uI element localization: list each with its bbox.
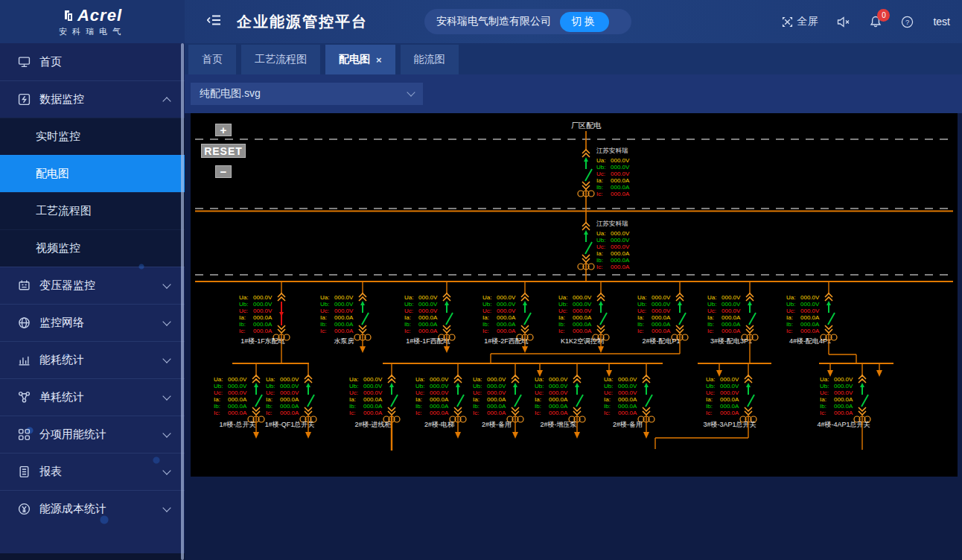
feeder-label: K1K2空调控制	[561, 337, 604, 345]
phase-reading-value: 000.0V	[228, 383, 247, 389]
phase-reading-label: Ic:	[596, 264, 602, 270]
sidebar-subitem-1-3[interactable]: 视频监控	[0, 229, 185, 267]
switch-company-button[interactable]: 切换	[560, 12, 609, 32]
phase-reading-value: 000.0A	[487, 403, 506, 410]
help-button[interactable]: ?	[901, 16, 914, 28]
phase-reading-value: 000.0V	[363, 389, 383, 396]
zoom-out-button[interactable]: −	[215, 165, 232, 178]
phase-reading-label: Uc:	[637, 308, 646, 314]
phase-reading-label: Ib:	[214, 403, 220, 410]
feeder-label: 1#楼-1F东配电	[241, 337, 285, 345]
phase-reading-value: 000.0A	[280, 396, 299, 403]
tab-0[interactable]: 首页	[188, 45, 236, 74]
sidebar-item-5[interactable]: 单耗统计	[0, 378, 185, 416]
phase-reading-label: Ib:	[604, 403, 611, 410]
chevron-down-icon	[162, 354, 171, 363]
phase-reading-value: 000.0V	[334, 308, 354, 314]
phase-reading-value: 000.0V	[652, 294, 671, 301]
sidebar-item-4[interactable]: 能耗统计	[0, 341, 185, 378]
phase-reading-value: 000.0A	[334, 314, 354, 321]
phase-reading-value: 000.0A	[430, 403, 449, 410]
phase-reading-value: 000.0A	[253, 314, 273, 321]
phase-reading-label: Uc:	[214, 389, 223, 396]
sidebar-item-label: 首页	[39, 55, 170, 69]
notifications-button[interactable]: 0	[870, 16, 882, 28]
diagram-zoom-controls: + RESET −	[201, 124, 253, 178]
sidebar-item-1[interactable]: 数据监控	[0, 80, 185, 118]
help-icon: ?	[901, 16, 914, 28]
sidebar-subitem-1-0[interactable]: 实时监控	[0, 118, 185, 155]
sidebar-item-6[interactable]: 分项用能统计	[0, 416, 185, 453]
tab-label: 配电图	[339, 53, 370, 66]
diagram-toolbar: 纯配电图.svg	[185, 74, 962, 113]
phase-reading-value: 000.0V	[418, 294, 438, 301]
tab-label: 工艺流程图	[255, 53, 307, 66]
phase-reading-label: Ia:	[320, 314, 327, 321]
zoom-in-button[interactable]: +	[215, 124, 232, 136]
current-user[interactable]: test	[933, 16, 950, 28]
phase-reading-label: Uc:	[415, 389, 424, 396]
chevron-down-icon	[162, 317, 171, 325]
phase-reading-value: 000.0V	[722, 301, 741, 308]
phase-reading-label: Ia:	[820, 396, 826, 403]
phase-reading-label: Ia:	[535, 396, 541, 403]
sidebar-item-0[interactable]: 首页	[0, 43, 185, 80]
phase-reading-value: 000.0V	[487, 389, 506, 396]
diagram-canvas[interactable]: + RESET − 厂区配电江苏安科瑞Ua:000.0VUb:000.0VUc:…	[191, 113, 958, 477]
phase-reading-label: Uc:	[707, 308, 716, 314]
sidebar-subitem-1-1[interactable]: 配电图	[0, 155, 185, 192]
phase-reading-value: 000.0A	[497, 328, 516, 334]
phase-reading-value: 000.0V	[652, 301, 671, 308]
fullscreen-button[interactable]: 全屏	[782, 15, 818, 28]
feeder-label: 1#楼-1F西配电	[406, 337, 450, 345]
feeder-label: 2#楼-增压泵	[540, 421, 576, 428]
phase-reading-value: 000.0A	[497, 321, 516, 328]
mute-button[interactable]	[837, 16, 850, 28]
phase-reading-value: 000.0V	[253, 308, 273, 314]
phase-reading-value: 000.0V	[800, 308, 820, 314]
phase-reading-label: Ib:	[320, 321, 327, 328]
phase-reading-label: Ia:	[596, 250, 603, 257]
feeder-label: 2#楼-备用	[613, 421, 643, 428]
phase-reading-label: Ic:	[320, 328, 326, 334]
phase-reading-value: 000.0A	[652, 314, 671, 321]
page-title: 企业能源管控平台	[237, 12, 368, 32]
sidebar-subitem-1-2[interactable]: 工艺流程图	[0, 192, 185, 229]
company-selector[interactable]: 安科瑞电气制造有限公司 切换	[424, 9, 631, 34]
phase-reading-value: 000.0V	[611, 230, 630, 237]
phase-reading-label: Ua:	[266, 376, 275, 383]
phase-reading-label: Ub:	[820, 383, 829, 389]
phase-reading-value: 000.0A	[363, 403, 383, 410]
phase-reading-value: 000.0A	[549, 403, 568, 410]
tab-2[interactable]: 配电图×	[325, 45, 395, 74]
phase-reading-value: 000.0A	[228, 396, 247, 403]
fullscreen-icon	[782, 16, 793, 28]
sidebar-item-3[interactable]: 监控网络	[0, 304, 185, 341]
sidebar-item-2[interactable]: 变压器监控	[0, 267, 185, 304]
tab-1[interactable]: 工艺流程图	[241, 45, 320, 74]
phase-reading-label: Uc:	[349, 389, 358, 396]
phase-reading-value: 000.0A	[618, 410, 637, 416]
phase-reading-label: Ib:	[266, 403, 273, 410]
sidebar-scrollbar[interactable]	[181, 43, 184, 560]
phase-reading-label: Ia:	[239, 314, 246, 321]
collapse-menu-icon[interactable]	[207, 14, 222, 29]
phase-reading-value: 000.0V	[834, 376, 853, 383]
phase-reading-label: Ib:	[707, 321, 714, 328]
phase-reading-value: 000.0A	[618, 403, 637, 410]
phase-reading-value: 000.0V	[487, 376, 506, 383]
tab-label: 首页	[202, 53, 223, 66]
phase-reading-label: Ia:	[558, 314, 565, 321]
reset-button[interactable]: RESET	[201, 144, 246, 158]
tab-close-icon[interactable]: ×	[376, 54, 382, 66]
feeder-label: 1#楼-2F西配电	[484, 337, 529, 345]
phase-reading-label: Ia:	[706, 396, 713, 403]
sidebar-item-7[interactable]: 报表	[0, 453, 185, 490]
svg-file-select[interactable]: 纯配电图.svg	[191, 83, 423, 105]
sidebar-item-8[interactable]: 能源成本统计	[0, 490, 185, 527]
phase-reading-label: Ic:	[786, 328, 792, 334]
phase-reading-label: Ub:	[404, 301, 413, 308]
tab-3[interactable]: 能流图	[401, 45, 459, 74]
sidebar-item-label: 单耗统计	[39, 390, 164, 404]
phase-reading-label: Ua:	[404, 294, 413, 301]
